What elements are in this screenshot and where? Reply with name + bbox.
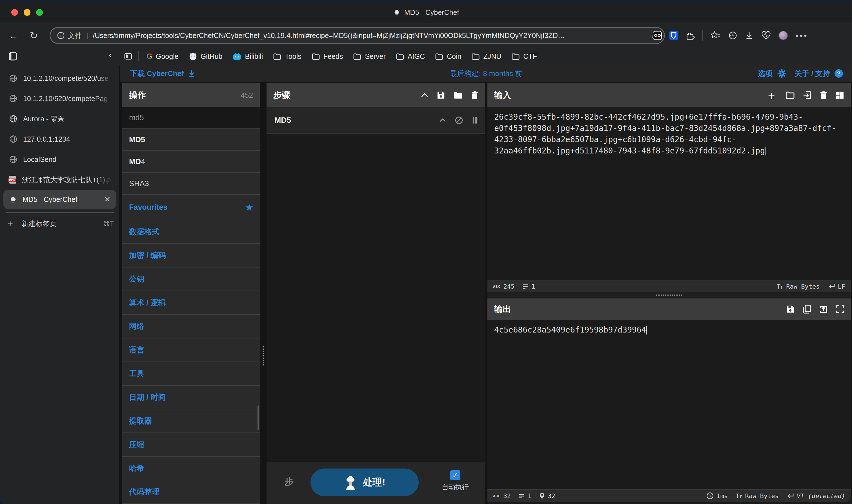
recipe-step-md5[interactable]: MD5 [266, 107, 485, 134]
category-item[interactable]: 提取器 [122, 409, 260, 433]
open-input-icon[interactable] [803, 91, 812, 100]
maximize-output-icon[interactable] [836, 305, 844, 313]
category-item[interactable]: 网络 [122, 315, 260, 339]
auto-bake-checkbox[interactable]: ✓ [450, 470, 460, 480]
input-eol-selector[interactable]: LF [828, 283, 846, 290]
tab-item[interactable]: PDF 浙江师范大学攻防七队+(1).p [0, 169, 120, 190]
clear-input-trash-icon[interactable] [820, 91, 827, 100]
url-text[interactable]: /Users/timmy/Projects/tools/CyberChefCN/… [93, 32, 646, 40]
bilibili-icon [232, 52, 241, 60]
gear-icon[interactable] [777, 69, 787, 78]
category-item[interactable]: 哈希 [122, 457, 260, 480]
category-item[interactable]: 压缩 [122, 433, 260, 457]
category-item[interactable]: 加密 / 编码 [122, 244, 260, 268]
text-encoding-icon: Tr [777, 283, 784, 290]
bookmark-folder-tools[interactable]: Tools [271, 52, 303, 60]
disable-step-icon[interactable] [455, 116, 463, 124]
chefhat-favicon-icon [393, 9, 400, 16]
output-textarea[interactable]: 4c5e686c28a5409e6f19598b97d39964 [487, 320, 851, 336]
info-icon [57, 32, 65, 39]
input-tabs-layout-icon[interactable] [836, 91, 844, 100]
bookmark-folder-server[interactable]: Server [351, 52, 388, 60]
tab-item[interactable]: LocalSend [0, 149, 120, 169]
globe-icon [9, 74, 17, 83]
category-item[interactable]: 日期 / 时间 [122, 386, 260, 409]
extensions-puzzle-icon[interactable] [685, 31, 695, 40]
input-textarea[interactable]: 26c39cf8-55fb-4899-82bc-442cf4627d95.jpg… [487, 107, 851, 280]
panel-splitter-vertical-2[interactable] [485, 83, 487, 504]
bookmark-folder-aigc[interactable]: AIGC [394, 52, 427, 60]
category-item[interactable]: 工具 [122, 362, 260, 386]
copy-output-icon[interactable] [803, 305, 811, 314]
bookmark-github[interactable]: GitHub [187, 52, 225, 60]
folder-icon [396, 53, 404, 60]
save-recipe-icon[interactable] [437, 91, 445, 100]
tab-item[interactable]: Aurora - 零奈 [0, 109, 120, 129]
clock-icon [706, 492, 714, 500]
category-item[interactable]: 算术 / 逻辑 [122, 291, 260, 315]
category-favourites[interactable]: Favourites ★ [122, 195, 260, 220]
profile-avatar[interactable] [779, 31, 788, 40]
operations-scrollbar[interactable] [258, 406, 259, 430]
input-encoding-selector[interactable]: Tr Raw Bytes [777, 283, 820, 290]
tab-actions-icon[interactable] [8, 52, 17, 61]
tab-item-active[interactable]: MD5 - CyberChef ✕ [3, 190, 116, 209]
bookmark-folder-coin[interactable]: Coin [433, 52, 464, 60]
window-title-wrap: MD5 - CyberChef [0, 2, 852, 23]
close-tab-icon[interactable]: ✕ [104, 195, 110, 204]
operation-md4[interactable]: MD4 [122, 151, 260, 173]
bake-button[interactable]: 处理! [311, 469, 419, 496]
tab-item[interactable]: 127.0.0.1:1234 [0, 129, 120, 149]
tab-item[interactable]: 10.1.2.10/compete/520/use [0, 68, 120, 88]
tab-item[interactable]: 10.1.2.10/520/competePag [0, 88, 120, 109]
output-eol-selector[interactable]: VT (detected) [787, 492, 845, 500]
category-item[interactable]: 代码整理 [122, 480, 260, 504]
open-file-folder-icon[interactable] [785, 91, 795, 99]
bitwarden-shield-icon[interactable] [669, 31, 678, 40]
downloads-icon[interactable] [745, 31, 754, 40]
history-icon[interactable] [728, 31, 737, 40]
collapse-chevron-icon[interactable] [421, 93, 428, 97]
replace-input-with-output-icon[interactable] [819, 305, 828, 313]
io-splitter-horizontal[interactable] [487, 292, 851, 299]
bookmark-google[interactable]: G Google [144, 52, 181, 61]
add-input-tab-icon[interactable]: ＋ [766, 88, 777, 103]
browser-essentials-icon[interactable] [761, 31, 771, 40]
bookmark-bilibili[interactable]: Bilibili [230, 52, 265, 60]
more-menu-icon[interactable]: ●●● [795, 33, 808, 39]
bookmark-folder-ctf[interactable]: CTF [509, 52, 539, 60]
bookmark-folder-feeds[interactable]: Feeds [309, 52, 345, 60]
clear-recipe-trash-icon[interactable] [471, 91, 479, 100]
auto-bake-control[interactable]: ✓ 自动执行 [439, 470, 472, 492]
site-info[interactable]: 文件 [57, 31, 82, 40]
output-encoding-selector[interactable]: Tr Raw Bytes [736, 492, 779, 500]
save-output-icon[interactable] [786, 305, 795, 313]
address-bar[interactable]: 文件 | /Users/timmy/Projects/tools/CyberCh… [50, 27, 665, 44]
category-item[interactable]: 语言 [122, 339, 260, 362]
about-support-link[interactable]: 关于 / 支持 [795, 69, 830, 78]
step-collapse-icon[interactable] [439, 118, 446, 122]
collapse-sidebar-icon[interactable]: ‹ [109, 50, 111, 60]
help-question-icon[interactable]: ? [835, 69, 843, 78]
screen: MD5 - CyberChef ← ↻ 文件 | /Users/timmy/Pr… [0, 0, 852, 504]
bookmark-folder-zjnu[interactable]: ZJNU [469, 52, 503, 60]
operation-md5[interactable]: MD5 [122, 129, 260, 151]
operation-sha3[interactable]: SHA3 [122, 173, 260, 195]
pause-step-icon[interactable] [472, 117, 477, 124]
new-tab-button[interactable]: ＋ 新建标签页 ⌘T [6, 212, 114, 230]
step-button[interactable]: 步 [284, 476, 294, 488]
output-caret [646, 326, 647, 335]
extension-circles-icon[interactable] [653, 31, 662, 40]
category-item[interactable]: 数据格式 [122, 220, 260, 244]
refresh-icon[interactable]: ↻ [26, 30, 42, 41]
bookmarks-panel-icon[interactable] [124, 52, 133, 60]
window-title: MD5 - CyberChef [404, 8, 459, 17]
options-link[interactable]: 选项 [758, 69, 772, 78]
back-icon[interactable]: ← [6, 30, 21, 41]
load-recipe-folder-icon[interactable] [454, 91, 463, 99]
panel-splitter-vertical[interactable] [260, 83, 266, 504]
operations-search-input[interactable]: md5 [122, 107, 260, 129]
favorites-star-icon[interactable] [710, 31, 720, 40]
io-panel: 输入 ＋ 26c39cf8-55fb-4899-82bc-442cf4627d9… [487, 83, 851, 504]
category-item[interactable]: 公钥 [122, 268, 260, 291]
